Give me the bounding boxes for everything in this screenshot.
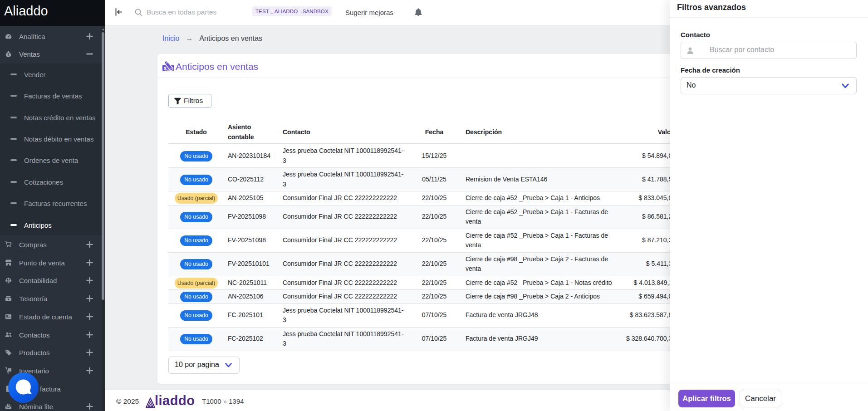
- svg-text:$: $: [164, 66, 167, 71]
